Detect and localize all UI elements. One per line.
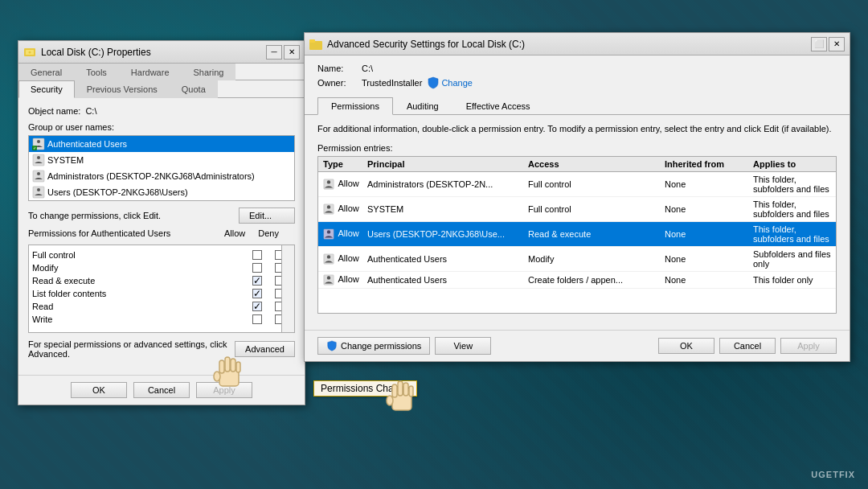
advanced-button[interactable]: Advanced bbox=[235, 341, 295, 357]
pe-row5-type: Allow bbox=[323, 274, 367, 286]
view-button[interactable]: View bbox=[435, 337, 491, 355]
tab-hardware[interactable]: Hardware bbox=[119, 64, 182, 80]
right-cancel-button[interactable]: Cancel bbox=[719, 338, 776, 354]
pe-row2-inherited: None bbox=[665, 204, 753, 214]
user-item-users[interactable]: Users (DESKTOP-2NKGJ68\Users) bbox=[29, 184, 294, 200]
deny-header: Deny bbox=[258, 228, 279, 238]
user-name-administrators: Administrators (DESKTOP-2NKGJ68\Administ… bbox=[47, 171, 255, 181]
user-name-authenticated: Authenticated Users bbox=[47, 139, 127, 149]
right-bottom-right: OK Cancel Apply bbox=[658, 338, 837, 354]
tab-tools[interactable]: Tools bbox=[74, 64, 119, 80]
tab-previous-versions[interactable]: Previous Versions bbox=[75, 80, 170, 98]
left-apply-button[interactable]: Apply bbox=[196, 382, 252, 398]
user-row2-icon bbox=[323, 203, 334, 215]
edit-button[interactable]: Edit... bbox=[239, 208, 295, 224]
tab-sharing[interactable]: Sharing bbox=[182, 64, 236, 80]
user-item-system[interactable]: SYSTEM bbox=[29, 152, 294, 168]
allow-header: Allow bbox=[224, 228, 245, 238]
left-window-controls: ─ ✕ bbox=[266, 45, 300, 60]
tab-auditing[interactable]: Auditing bbox=[393, 97, 452, 115]
col-type: Type bbox=[323, 159, 367, 169]
pe-row1-access: Full control bbox=[528, 179, 665, 189]
pe-row2-applies: This folder, subfolders and files bbox=[753, 199, 831, 219]
minimize-button[interactable]: ─ bbox=[266, 45, 282, 60]
col-access: Access bbox=[528, 159, 665, 169]
tab-permissions[interactable]: Permissions bbox=[317, 97, 393, 115]
pe-row1-inherited: None bbox=[665, 179, 753, 189]
owner-label: Owner: bbox=[317, 78, 362, 88]
user-item-authenticated[interactable]: ✓ Authenticated Users bbox=[29, 136, 294, 152]
tab-effective-access[interactable]: Effective Access bbox=[452, 97, 544, 115]
owner-row: Owner: TrustedInstaller Change bbox=[317, 76, 837, 89]
tab-general[interactable]: General bbox=[18, 64, 74, 80]
advanced-hint: For special permissions or advanced sett… bbox=[28, 339, 228, 359]
pe-row-3[interactable]: Allow Users (DESKTOP-2NKGJ68\Use... Read… bbox=[318, 222, 836, 247]
perm-read-allow[interactable]: ✓ bbox=[252, 276, 262, 286]
right-close-button[interactable]: ✕ bbox=[829, 37, 845, 51]
left-window-title: Local Disk (C:) Properties bbox=[41, 47, 266, 58]
change-link[interactable]: Change bbox=[441, 78, 473, 88]
left-ok-button[interactable]: OK bbox=[71, 382, 127, 398]
left-tab-bar-row1: General Tools Hardware Sharing bbox=[18, 64, 305, 80]
left-cancel-button[interactable]: Cancel bbox=[133, 382, 190, 398]
pe-row4-type: Allow bbox=[323, 253, 367, 265]
pe-row3-principal: Users (DESKTOP-2NKGJ68\Use... bbox=[367, 229, 528, 239]
permissions-scrollbox: Full control Modify bbox=[28, 244, 295, 333]
perm-modify-allow[interactable] bbox=[252, 263, 262, 273]
svg-text:✓: ✓ bbox=[33, 146, 36, 150]
perm-read-execute: Read & execute bbox=[32, 275, 95, 286]
perm-read2-allow[interactable]: ✓ bbox=[252, 302, 262, 311]
perm-write-allow[interactable] bbox=[252, 314, 262, 324]
right-tab-bar: Permissions Auditing Effective Access bbox=[305, 97, 850, 115]
pe-row-2[interactable]: Allow SYSTEM Full control None This fold… bbox=[318, 197, 836, 222]
perm-full-allow[interactable] bbox=[252, 250, 262, 260]
permissions-for-label: Permissions for Authenticated Users bbox=[28, 228, 170, 238]
user-item-administrators[interactable]: Administrators (DESKTOP-2NKGJ68\Administ… bbox=[29, 168, 294, 184]
perm-entries-table: Type Principal Access Inherited from App… bbox=[317, 156, 837, 314]
pe-row-5[interactable]: Allow Authenticated Users Create folders… bbox=[318, 272, 836, 289]
right-apply-button[interactable]: Apply bbox=[780, 338, 837, 354]
user-icon-system bbox=[32, 154, 45, 166]
group-label: Group or user names: bbox=[28, 122, 295, 132]
pe-row-4[interactable]: Allow Authenticated Users Modify None Su… bbox=[318, 247, 836, 272]
right-bottom-row: Change permissions View OK Cancel Apply bbox=[305, 330, 850, 361]
user-row3-icon bbox=[323, 228, 334, 240]
pe-row4-principal: Authenticated Users bbox=[367, 254, 528, 264]
pe-row5-principal: Authenticated Users bbox=[367, 275, 528, 285]
user-row4-icon bbox=[323, 253, 334, 265]
perm-scrollbar[interactable] bbox=[281, 245, 294, 332]
svg-point-4 bbox=[37, 140, 40, 143]
change-permissions-button[interactable]: Change permissions bbox=[317, 337, 430, 355]
svg-point-8 bbox=[37, 156, 40, 159]
right-title-bar: Advanced Security Settings for Local Dis… bbox=[305, 33, 850, 55]
pe-row4-access: Modify bbox=[528, 254, 665, 264]
left-window-content: Object name: C:\ Group or user names: ✓ … bbox=[18, 98, 305, 375]
svg-point-10 bbox=[37, 172, 40, 175]
right-window-controls: ⬜ ✕ bbox=[811, 37, 845, 51]
pe-row2-principal: SYSTEM bbox=[367, 204, 528, 214]
right-window-title: Advanced Security Settings for Local Dis… bbox=[327, 39, 811, 50]
name-row: Name: C:\ bbox=[317, 64, 837, 73]
tab-security[interactable]: Security bbox=[18, 80, 75, 98]
tab-quota[interactable]: Quota bbox=[170, 80, 218, 98]
pe-row3-type: Allow bbox=[323, 228, 367, 240]
svg-point-2 bbox=[29, 51, 31, 53]
info-text: For additional information, double-click… bbox=[317, 123, 837, 135]
svg-point-12 bbox=[37, 188, 40, 191]
name-label: Name: bbox=[317, 64, 362, 73]
perm-list-allow[interactable]: ✓ bbox=[252, 289, 262, 298]
pe-row5-inherited: None bbox=[665, 275, 753, 285]
pe-row-1[interactable]: Allow Administrators (DESKTOP-2N... Full… bbox=[318, 172, 836, 197]
svg-point-24 bbox=[327, 277, 330, 280]
close-button[interactable]: ✕ bbox=[284, 45, 300, 60]
user-icon-administrators bbox=[32, 170, 45, 183]
col-inherited: Inherited from bbox=[665, 159, 753, 169]
right-restore-button[interactable]: ⬜ bbox=[811, 37, 827, 51]
user-row1-icon bbox=[323, 179, 334, 190]
pe-row5-access: Create folders / appen... bbox=[528, 275, 665, 285]
right-ok-button[interactable]: OK bbox=[658, 338, 714, 354]
user-name-system: SYSTEM bbox=[47, 155, 84, 165]
watermark: UGETFIX bbox=[811, 470, 855, 479]
local-disk-properties-window: Local Disk (C:) Properties ─ ✕ General T… bbox=[18, 40, 305, 405]
left-bottom-buttons: OK Cancel Apply bbox=[18, 375, 305, 405]
